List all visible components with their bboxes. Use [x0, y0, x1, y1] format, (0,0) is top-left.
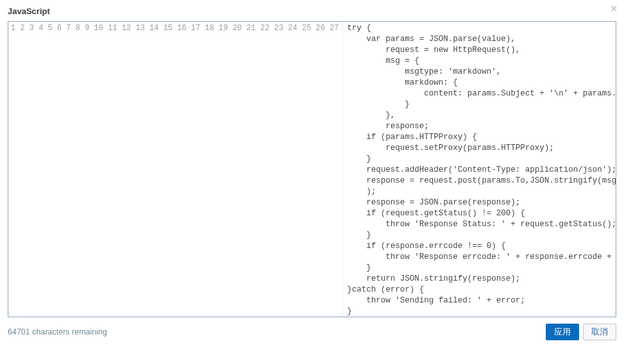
dialog-header: JavaScript ×	[8, 6, 616, 16]
dialog-title: JavaScript	[8, 6, 50, 16]
close-icon[interactable]: ×	[610, 4, 618, 13]
characters-remaining-label: 64701 characters remaining	[8, 327, 107, 336]
dialog-footer: 64701 characters remaining 应用 取消	[8, 324, 616, 340]
button-group: 应用 取消	[546, 324, 616, 340]
code-textarea[interactable]: try { var params = JSON.parse(value), re…	[343, 22, 616, 317]
apply-button[interactable]: 应用	[546, 324, 579, 340]
cancel-button[interactable]: 取消	[583, 324, 616, 340]
code-editor[interactable]: 1 2 3 4 5 6 7 8 9 10 11 12 13 14 15 16 1…	[8, 21, 616, 317]
line-number-gutter: 1 2 3 4 5 6 7 8 9 10 11 12 13 14 15 16 1…	[8, 22, 343, 317]
